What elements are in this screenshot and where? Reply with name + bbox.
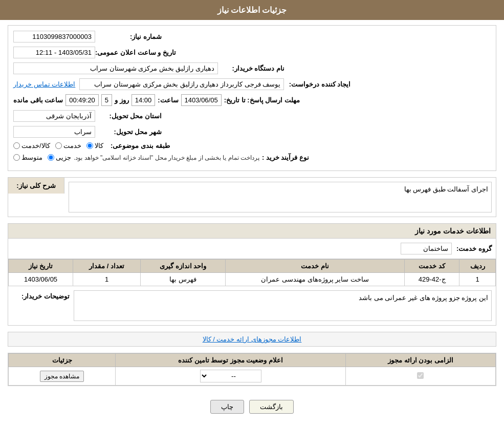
col-license-details: جزئیات [9,354,116,367]
services-title: اطلاعات خدمات مورد نیاز [415,227,491,235]
cell-date: 1403/06/05 [9,273,73,286]
deadline-time: 14:00 [132,94,156,106]
buyer-notes-value: این پروژه جزو پروژه های غیر عمرانی می با… [359,294,488,302]
services-table-header-row: ردیف کد خدمت نام خدمت واحد اندازه گیری ت… [9,260,496,273]
buyer-notes-row: این پروژه جزو پروژه های غیر عمرانی می با… [8,286,496,325]
category-both-item: کالا/خدمت [13,142,50,150]
category-kala-radio[interactable] [86,142,93,149]
license-status-cell: -- [116,367,346,386]
province-row: استان محل تحویل: آذربایجان شرقی [13,110,491,122]
cell-code: ج-42-429 [404,273,459,286]
process-motavasset-item: متوسط [13,154,42,161]
cell-unit: فهرس بها [141,273,226,286]
buyer-org-label: نام دستگاه خریدار: [218,65,284,72]
category-khadamat-radio[interactable] [55,142,62,149]
process-row: نوع فرآیند خرید : پرداخت تمام یا بخشی از… [13,154,491,161]
view-license-button[interactable]: مشاهده مجوز [40,371,84,382]
deadline-days: 5 [101,94,112,106]
process-radio-group: جزیی متوسط [13,154,71,161]
category-radio-group: کالا خدمت کالا/خدمت [13,142,103,150]
announcement-date-label: تاریخ و ساعت اعلان عمومی: [95,49,176,56]
button-row: بازگشت چاپ [8,392,496,421]
category-kala-item: کالا [86,142,103,150]
main-content: شماره نیاز: 1103099837000003 تاریخ و ساع… [0,20,504,426]
province-value: آذربایجان شرقی [13,110,95,122]
deadline-row: مهلت ارسال پاسخ: تا تاریخ: 1403/06/05 سا… [13,94,491,106]
category-row: طبقه بندی موضوعی: کالا خدمت کالا/خدمت [13,142,491,150]
city-value: سراب [13,126,95,138]
license-required-checkbox [417,372,424,379]
col-name: نام خدمت [226,260,405,273]
col-code: کد خدمت [404,260,459,273]
service-group-row: گروه خدمت: ساختمان [8,239,496,259]
print-button[interactable]: چاپ [210,400,244,414]
cell-name: ساخت سایر پروژه‌های مهندسی عمران [226,273,405,286]
requester-value: یوسف فرجی کاربرداز دهیاری رازلیق بخش مرک… [79,78,284,90]
need-number-row: شماره نیاز: 1103099837000003 [13,31,491,42]
license-link[interactable]: اطلاعات مجوزهای ارائه خدمت / کالا [8,332,496,347]
announcement-date-row: تاریخ و ساعت اعلان عمومی: 1403/05/31 - 1… [13,47,491,58]
need-number-value: 1103099837000003 [13,31,95,42]
buyer-org-value: دهیاری رازلیق بخش مرکزی شهرستان سراب [13,62,218,74]
city-label: شهر محل تحویل: [95,128,162,136]
city-row: شهر محل تحویل: سراب [13,126,491,138]
category-label: طبقه بندی موضوعی: [103,142,170,150]
process-jozii-item: جزیی [48,154,71,161]
table-row: 1 ج-42-429 ساخت سایر پروژه‌های مهندسی عم… [9,273,496,286]
back-button[interactable]: بازگشت [249,400,294,414]
process-motavasset-radio[interactable] [13,154,20,161]
province-label: استان محل تحویل: [95,112,162,120]
requester-row: ایجاد کننده درخواست: یوسف فرجی کاربرداز … [13,78,491,90]
license-table: الزامی بودن ارائه مجوز اعلام وضعیت مجوز … [8,353,496,386]
deadline-days-label: روز و [115,96,129,104]
license-table-section: الزامی بودن ارائه مجوز اعلام وضعیت مجوز … [8,353,496,386]
deadline-time-label: ساعت: [158,96,178,104]
page-title: جزئیات اطلاعات نیاز [217,6,287,14]
general-desc-section: اجرای آسفالت طبق فهرس بها شرح کلی نیاز: [8,177,496,217]
requester-link[interactable]: اطلاعات تماس خریدار [13,80,75,88]
page-wrapper: جزئیات اطلاعات نیاز شماره نیاز: 11030998… [0,0,504,448]
col-row-num: ردیف [459,260,496,273]
category-both-label: کالا/خدمت [21,142,50,150]
general-desc-title: شرح کلی نیاز: [16,182,56,189]
process-jozii-label: جزیی [56,154,71,161]
need-number-label: شماره نیاز: [95,33,162,40]
process-jozii-radio[interactable] [48,154,54,161]
col-unit: واحد اندازه گیری [141,260,226,273]
service-group-label: گروه خدمت: [456,245,492,252]
general-desc-label: شرح کلی نیاز: [8,178,64,194]
process-label: نوع فرآیند خرید : [262,154,309,161]
service-group-value: ساختمان [401,243,452,254]
need-info-section: شماره نیاز: 1103099837000003 تاریخ و ساع… [8,25,496,171]
deadline-remain-label: ساعت باقی مانده [13,96,63,104]
license-header-row: الزامی بودن ارائه مجوز اعلام وضعیت مجوز … [9,354,496,367]
general-desc-content: اجرای آسفالت طبق فهرس بها [64,178,496,217]
announcement-date-value: 1403/05/31 - 12:11 [13,47,95,58]
buyer-org-row: نام دستگاه خریدار: دهیاری رازلیق بخش مرک… [13,62,491,74]
license-row: -- مشاهده مجوز [9,367,496,386]
deadline-remain-time: 00:49:20 [65,94,99,106]
deadline-label: مهلت ارسال پاسخ: تا تاریخ: [224,96,300,104]
col-license-status: اعلام وضعیت مجوز توسط تامین کننده [116,354,346,367]
services-table: ردیف کد خدمت نام خدمت واحد اندازه گیری ت… [8,259,496,286]
requester-label: ایجاد کننده درخواست: [284,80,350,88]
general-desc-box: اجرای آسفالت طبق فهرس بها [69,182,492,212]
buyer-notes-box: این پروژه جزو پروژه های غیر عمرانی می با… [74,290,492,321]
process-motavasset-label: متوسط [21,154,42,161]
category-kala-label: کالا [95,142,103,150]
need-info-body: شماره نیاز: 1103099837000003 تاریخ و ساع… [8,26,496,170]
col-date: تاریخ نیاز [9,260,73,273]
services-header: اطلاعات خدمات مورد نیاز [8,223,496,238]
cell-quantity: 1 [73,273,141,286]
license-link-text: اطلاعات مجوزهای ارائه خدمت / کالا [203,335,302,343]
license-required-cell [345,367,495,386]
category-khadamat-item: خدمت [55,142,81,150]
license-status-select[interactable]: -- [200,370,261,382]
category-both-radio[interactable] [13,142,20,149]
cell-row-num: 1 [459,273,496,286]
license-details-cell: مشاهده مجوز [9,367,116,386]
buyer-notes-label: توضیحات خریدار: [12,290,74,300]
page-header: جزئیات اطلاعات نیاز [0,0,504,20]
col-license-required: الزامی بودن ارائه مجوز [345,354,495,367]
category-khadamat-label: خدمت [63,142,81,150]
